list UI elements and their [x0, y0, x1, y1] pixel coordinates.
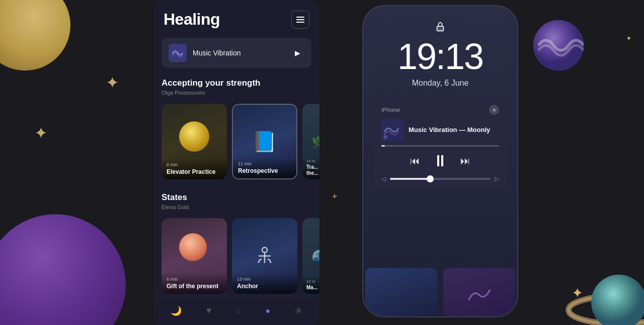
home-icon: ● [265, 306, 270, 315]
preview-item-2 [443, 268, 515, 316]
card-retrospective[interactable]: 📘 11 min Retrospective [232, 104, 297, 179]
pause-button[interactable]: ⏸ [432, 152, 448, 170]
svg-rect-11 [437, 26, 444, 31]
explore-icon: ○ [236, 306, 241, 315]
volume-high-icon: ▷ [495, 175, 499, 182]
volume-bar[interactable] [390, 178, 491, 180]
music-widget: iPhone ✕ Music Vibration — Moonly [373, 98, 507, 189]
progress-bar[interactable] [381, 145, 499, 147]
section-title: States [162, 192, 311, 203]
card-info: 6 min Gift of the present [162, 273, 227, 294]
card-info: 11 min Retrospective [233, 157, 296, 178]
star-decoration: ✦ [626, 34, 632, 42]
widget-app-name: iPhone [381, 107, 400, 113]
svg-rect-5 [296, 19, 304, 20]
moon-icon: 🌙 [171, 305, 182, 316]
card-duration: 8 min [167, 162, 222, 167]
now-playing-thumbnail [169, 44, 187, 62]
rewind-button[interactable]: ⏮ [410, 155, 420, 167]
card-name: Gift of the present [167, 283, 222, 290]
card-name: Retrospective [238, 167, 291, 174]
gift-orb [179, 233, 207, 261]
widget-track-name: Music Vibration — Moonly [409, 126, 499, 134]
panel-header: Healing [153, 0, 319, 34]
card-elevator-practice[interactable]: 8 min Elevator Practice [162, 104, 227, 179]
svg-point-1 [569, 296, 644, 324]
settings-icon: ✳ [295, 305, 302, 316]
card-duration: 12 m [306, 279, 319, 284]
forward-button[interactable]: ⏭ [460, 155, 470, 167]
star-decoration: ✦ [106, 73, 119, 92]
moon-decoration [0, 0, 70, 71]
widget-close-button[interactable]: ✕ [489, 105, 499, 115]
purple-planet [0, 214, 126, 325]
background: ✦ ✦ ✳ ✳ + ✦ ✦ [0, 0, 644, 325]
card-info: 13 min Anchor [232, 273, 297, 294]
phone-time: 19:13 [373, 38, 507, 75]
star-decoration: ✦ [34, 123, 48, 143]
colorful-circle [533, 20, 584, 71]
card-anchor[interactable]: 13 min Anchor [232, 218, 297, 294]
plus-decoration: + [332, 191, 338, 202]
card-duration: 13 min [237, 277, 292, 282]
widget-thumbnail [381, 119, 404, 141]
progress-fill [381, 145, 385, 147]
section-strength: Accepting your strength Olga Prostosvolm [153, 72, 319, 104]
app-panel: Healing Music Vibration ▶ Accepting your… [153, 0, 319, 325]
volume-low-icon: ◁ [381, 175, 386, 182]
phone-panel: 19:13 Monday, 6 June iPhone ✕ Music [362, 5, 518, 317]
play-button[interactable]: ▶ [290, 46, 304, 60]
card-gift-of-present[interactable]: 6 min Gift of the present [162, 218, 227, 294]
cards-row-2: 6 min Gift of the present 13 min Anchor [153, 218, 319, 294]
card-partial-1[interactable]: 🌿 10 m Tra... the... [302, 104, 319, 179]
widget-track-info: Music Vibration — Moonly [409, 126, 499, 135]
volume-fill [390, 178, 430, 180]
card-name: Anchor [237, 283, 292, 290]
preview-item-1 [365, 268, 437, 316]
page-title: Healing [164, 10, 220, 29]
playback-controls: ⏮ ⏸ ⏭ [381, 152, 499, 170]
svg-point-0 [569, 296, 644, 324]
bottom-preview [363, 266, 517, 316]
card-name: Ma... [306, 285, 319, 291]
star-decoration: ✦ [572, 285, 583, 301]
widget-header: iPhone ✕ [381, 105, 499, 115]
section-author: Olga Prostosvolm [162, 90, 311, 96]
card-info: 8 min Elevator Practice [162, 158, 227, 179]
now-playing-bar[interactable]: Music Vibration ▶ [162, 38, 311, 68]
section-title: Accepting your strength [162, 78, 311, 88]
lock-icon-container [373, 21, 507, 32]
svg-point-13 [383, 135, 387, 139]
card-info: 12 m Ma... [302, 276, 319, 294]
card-name: Tra... the... [306, 164, 319, 176]
nav-settings[interactable]: ✳ [291, 301, 306, 320]
cards-row-1: 8 min Elevator Practice 📘 11 min Retrosp… [153, 104, 319, 179]
anchor-svg [254, 245, 276, 267]
section-author: Elena Gold [162, 204, 311, 210]
svg-point-3 [533, 20, 584, 71]
svg-rect-4 [296, 17, 304, 18]
nav-moon[interactable]: 🌙 [167, 301, 186, 320]
svg-point-2 [591, 275, 644, 325]
card-duration: 11 min [238, 161, 291, 166]
nav-heart[interactable]: ♥ [202, 301, 216, 320]
svg-point-8 [262, 247, 267, 252]
nav-home[interactable]: ● [261, 302, 274, 319]
bottom-navigation: 🌙 ♥ ○ ● ✳ [153, 296, 319, 325]
orb-decoration [179, 121, 209, 152]
now-playing-title: Music Vibration [193, 49, 284, 57]
lock-icon [435, 21, 446, 32]
card-name: Elevator Practice [167, 168, 222, 175]
partial-icon: 🌊 [311, 249, 320, 263]
section-states: States Elena Gold [153, 186, 319, 218]
volume-thumb [427, 175, 434, 182]
card-duration: 6 min [167, 277, 222, 282]
widget-track: Music Vibration — Moonly [381, 119, 499, 141]
nav-explore[interactable]: ○ [232, 302, 245, 319]
menu-button[interactable] [291, 11, 309, 29]
card-partial-2[interactable]: 🌊 12 m Ma... [302, 218, 319, 294]
partial-icon: 🌿 [311, 135, 320, 149]
phone-date: Monday, 6 June [373, 79, 507, 88]
heart-icon: ♥ [206, 305, 212, 316]
book-icon: 📘 [252, 130, 277, 154]
